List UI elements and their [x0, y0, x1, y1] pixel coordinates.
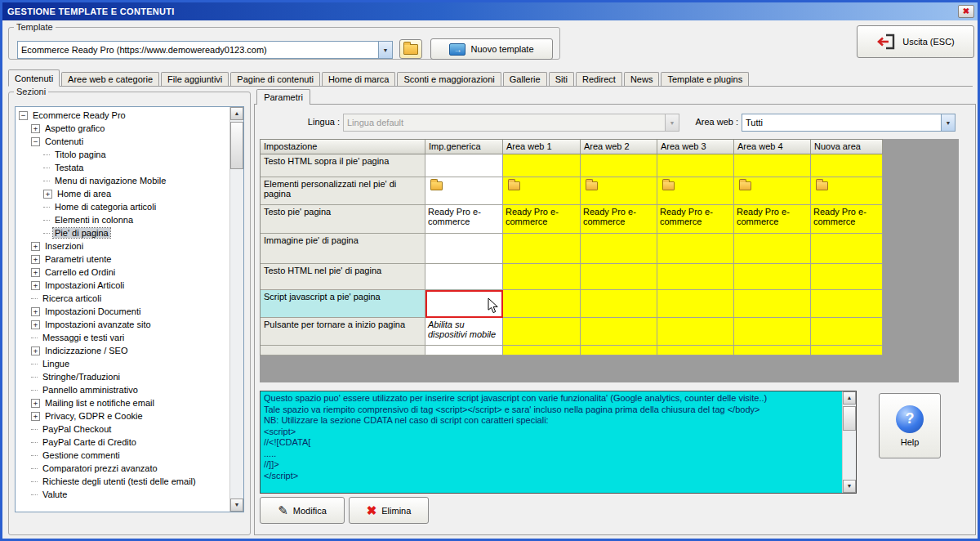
tree-item-label[interactable]: PayPal Carte di Credito	[41, 437, 138, 447]
expand-icon[interactable]: +	[31, 242, 40, 251]
row-label[interactable]: Pulsante per tornare a inizio pagina	[261, 318, 425, 346]
tree-item[interactable]: +Impostazioni Documenti	[16, 305, 229, 318]
param-cell[interactable]	[657, 264, 734, 290]
tab-template-e-plugins[interactable]: Template e plugins	[661, 72, 749, 86]
tab-pagine-di-contenuti[interactable]: Pagine di contenuti	[230, 72, 320, 86]
tree-item-label[interactable]: Ecommerce Ready Pro	[31, 110, 127, 120]
tree-item-label[interactable]: Mailing list e notifiche email	[43, 398, 156, 408]
expand-icon[interactable]: +	[31, 320, 40, 329]
tree-item[interactable]: Pannello amministrativo	[16, 383, 229, 396]
tree-item-label[interactable]: Richieste degli utenti (testi delle emai…	[41, 476, 198, 486]
expand-icon[interactable]: +	[31, 412, 40, 421]
chevron-down-icon[interactable]: ▼	[378, 42, 392, 58]
param-cell[interactable]	[581, 318, 657, 346]
param-cell[interactable]	[734, 264, 811, 290]
param-cell[interactable]	[581, 177, 657, 205]
param-cell[interactable]	[581, 264, 657, 290]
tree-item-label[interactable]: Ricerca articoli	[41, 293, 103, 303]
folder-icon[interactable]	[586, 181, 598, 190]
param-cell[interactable]	[503, 234, 581, 264]
param-cell[interactable]	[734, 318, 811, 346]
tree-item[interactable]: +Parametri utente	[16, 253, 229, 266]
tab-sconti-e-maggiorazioni[interactable]: Sconti e maggiorazioni	[397, 72, 501, 86]
tree-item[interactable]: +Carrello ed Ordini	[16, 266, 229, 279]
row-label[interactable]: Immagine pie' di pagina	[261, 234, 425, 264]
tree-item-label[interactable]: PayPal Checkout	[41, 424, 113, 434]
tree-item[interactable]: Ricerca articoli	[16, 292, 229, 305]
param-cell[interactable]: Ready Pro e-commerce	[734, 205, 811, 234]
chevron-down-icon[interactable]: ▼	[941, 114, 955, 131]
expand-icon[interactable]: +	[43, 190, 52, 199]
param-cell[interactable]	[503, 154, 581, 177]
tree-item[interactable]: +Impostazioni avanzate sito	[16, 318, 229, 331]
row-label[interactable]: Testo HTML sopra il pie' pagina	[261, 154, 425, 177]
tree-scrollbar[interactable]: ▲ ▼	[229, 107, 243, 512]
param-cell[interactable]	[734, 234, 811, 264]
param-cell[interactable]	[581, 234, 657, 264]
tree-item-label[interactable]: Messaggi e testi vari	[41, 333, 126, 342]
tree-item-label[interactable]: Comparatori prezzi avanzato	[41, 463, 159, 473]
param-cell[interactable]: Ready Pro e-commerce	[581, 205, 657, 234]
tree-item-label[interactable]: Pannello amministrativo	[41, 385, 140, 395]
tree-item-label[interactable]: Contenuti	[43, 136, 85, 146]
param-cell[interactable]: Ready Pro e-commerce	[425, 205, 503, 234]
tree-item[interactable]: +Aspetto grafico	[16, 122, 229, 135]
tree-item[interactable]: Valute	[16, 488, 229, 501]
param-cell[interactable]	[811, 318, 883, 346]
title-bar[interactable]: GESTIONE TEMPLATE E CONTENUTI ✖	[2, 2, 978, 20]
tree-scroll-thumb[interactable]	[230, 122, 243, 169]
param-cell[interactable]	[657, 234, 734, 264]
folder-icon[interactable]	[508, 181, 520, 190]
tab-contenuti[interactable]: Contenuti	[8, 69, 60, 87]
tree-item[interactable]: +Indicizzazione / SEO	[16, 344, 229, 357]
delete-button[interactable]: ✖ Elimina	[349, 497, 429, 524]
scroll-up-icon[interactable]: ▲	[843, 391, 856, 405]
param-cell[interactable]	[503, 290, 581, 318]
tab-siti[interactable]: Siti	[549, 72, 574, 86]
expand-icon[interactable]: +	[31, 399, 40, 408]
expand-icon[interactable]: +	[31, 281, 40, 290]
param-cell[interactable]	[811, 264, 883, 290]
row-label[interactable]: Testo pie' pagina	[261, 205, 425, 234]
tree-item[interactable]: Stringhe/Traduzioni	[16, 370, 229, 383]
param-cell[interactable]	[657, 177, 734, 205]
tree-item-label[interactable]: Titolo pagina	[53, 150, 108, 159]
exit-button[interactable]: Uscita (ESC)	[857, 25, 974, 58]
param-cell[interactable]	[425, 154, 503, 177]
expand-icon[interactable]: +	[31, 347, 40, 355]
open-folder-button[interactable]	[399, 39, 422, 59]
tree-item[interactable]: Pie' di pagina	[16, 226, 229, 239]
tree-item-label[interactable]: Parametri utente	[43, 254, 113, 264]
scroll-down-icon[interactable]: ▼	[843, 480, 856, 493]
expand-icon[interactable]: +	[31, 124, 40, 133]
tree-item-label[interactable]: Indicizzazione / SEO	[43, 346, 130, 355]
tree-item-label[interactable]: Valute	[41, 490, 69, 499]
tree-item[interactable]: PayPal Carte di Credito	[16, 436, 229, 449]
row-label[interactable]: Elementi personalizzati nel pie' di pagi…	[261, 177, 425, 205]
param-cell[interactable]	[657, 318, 734, 346]
param-cell[interactable]	[425, 177, 503, 205]
tree-scroll-track[interactable]	[230, 120, 243, 499]
param-cell[interactable]	[811, 154, 883, 177]
tree-item-label[interactable]: Impostazioni Articoli	[43, 280, 126, 290]
param-cell[interactable]: Abilita su dispositivi mobile	[425, 318, 503, 346]
tree-item[interactable]: −Contenuti	[16, 135, 229, 148]
expand-icon[interactable]: +	[31, 307, 40, 316]
tree-item[interactable]: Testata	[16, 161, 229, 174]
tree-item[interactable]: −Ecommerce Ready Pro	[16, 109, 229, 122]
tree-item[interactable]: Comparatori prezzi avanzato	[16, 462, 229, 475]
tree-item[interactable]: +Impostazioni Articoli	[16, 279, 229, 292]
tree-item-label[interactable]: Inserzioni	[43, 241, 85, 251]
folder-icon[interactable]	[662, 181, 675, 190]
tree-item[interactable]: Richieste degli utenti (testi delle emai…	[16, 475, 229, 488]
tree-item[interactable]: Home di categoria articoli	[16, 200, 229, 213]
tree-item[interactable]: Elementi in colonna	[16, 213, 229, 226]
collapse-icon[interactable]: −	[19, 111, 28, 120]
tree-item-label[interactable]: Impostazioni Documenti	[43, 306, 142, 316]
tree-item-label[interactable]: Impostazioni avanzate sito	[43, 320, 153, 329]
param-cell[interactable]: Ready Pro e-commerce	[503, 205, 581, 234]
param-cell[interactable]	[811, 177, 883, 205]
tree-item[interactable]: +Inserzioni	[16, 239, 229, 253]
tab-parametri[interactable]: Parametri	[256, 89, 310, 105]
info-scroll-track[interactable]	[843, 405, 856, 480]
